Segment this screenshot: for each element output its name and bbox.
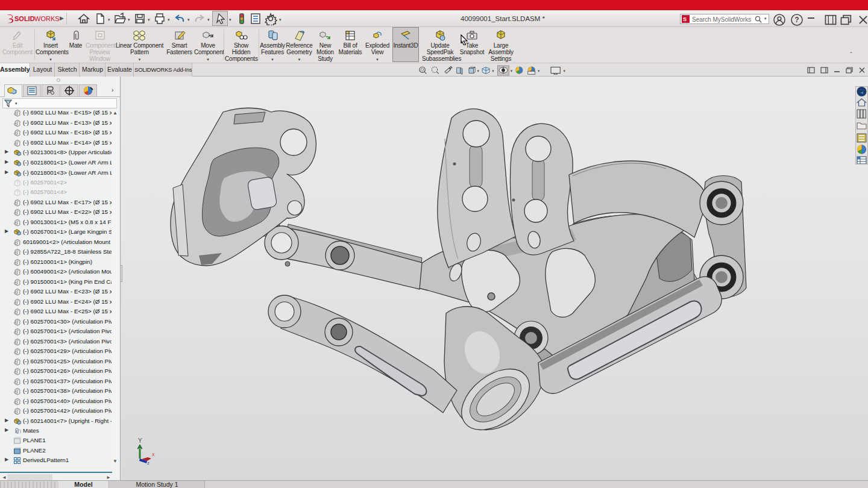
svg-text:?: ? bbox=[794, 16, 799, 24]
svg-text:▾: ▾ bbox=[511, 69, 513, 73]
svg-text:▾: ▾ bbox=[492, 69, 494, 73]
svg-text:z: z bbox=[147, 460, 149, 466]
svg-text:▾: ▾ bbox=[563, 69, 565, 73]
svg-text:Y: Y bbox=[138, 437, 142, 444]
svg-text:WORKS: WORKS bbox=[34, 15, 60, 22]
svg-text:SOLID: SOLID bbox=[14, 15, 35, 22]
svg-text:S: S bbox=[683, 16, 687, 22]
svg-text:x: x bbox=[152, 451, 155, 457]
svg-text:▾: ▾ bbox=[477, 69, 480, 73]
svg-text:▾: ▾ bbox=[538, 69, 540, 73]
